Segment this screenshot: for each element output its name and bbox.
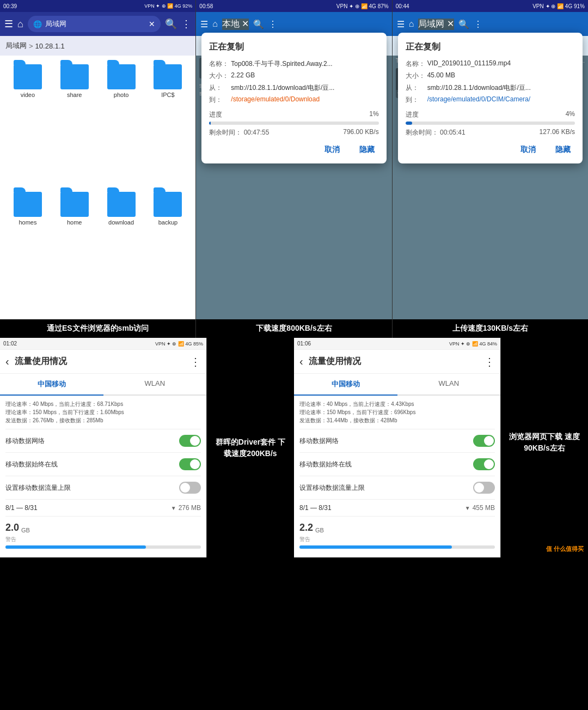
tab-wlan-1[interactable]: WLAN — [103, 374, 207, 396]
progress-section-2: 进度 1% 剩余时间： 00:47:55 796.00 KB/s — [209, 110, 378, 137]
progress-bar-fill-3 — [406, 122, 412, 125]
limit-label-1: 设置移动数据流量上限 — [5, 483, 179, 493]
status-bar-1: 00:39 VPN ✦ ⊕ 📶 4G 92% — [0, 0, 195, 12]
status-time-3: 00:44 — [396, 3, 409, 9]
menu-icon-2[interactable]: ☰ — [200, 19, 208, 29]
period-value-1: 276 MB — [179, 504, 201, 512]
home-icon-3[interactable]: ⌂ — [409, 19, 414, 29]
toggle-knob-1 — [190, 436, 200, 446]
more-btn-1[interactable]: ⋮ — [190, 355, 201, 368]
nav-title-3[interactable]: 局域网 ✕ — [418, 19, 454, 30]
tab-wlan-2[interactable]: WLAN — [397, 374, 501, 396]
more-icon-1[interactable]: ⋮ — [181, 18, 191, 30]
data-nav-1: ‹ 流量使用情况 ⋮ — [0, 350, 206, 374]
chart-fill-2 — [299, 545, 452, 549]
data-tabs-1: 中国移动 WLAN — [0, 374, 206, 396]
progress-percent-2: 1% — [369, 110, 378, 119]
file-item-share[interactable]: share — [52, 61, 97, 186]
file-grid-1: video share photo IPC$ homes home — [0, 56, 195, 319]
chart-unit-2: GB — [315, 527, 324, 533]
dialog-size-row-2: 大小： 2.22 GB — [209, 71, 378, 81]
dialog-size-label-2: 大小： — [209, 71, 231, 81]
file-item-homes[interactable]: homes — [5, 189, 50, 314]
search-icon-3[interactable]: 🔍 — [458, 19, 469, 29]
limit-toggle-1[interactable] — [179, 482, 201, 494]
data-nav-title-2: 流量使用情况 — [309, 356, 479, 367]
mobile-network-toggle-1[interactable] — [179, 435, 201, 447]
caption-3: 上传速度130KB/s左右 — [393, 319, 588, 338]
bc-path-1[interactable]: 10.28.1.1 — [35, 42, 65, 50]
status-right-3: VPN ✦ ⊕ 📶 4G 91% — [532, 3, 585, 9]
search-icon-1[interactable]: 🔍 — [165, 18, 177, 30]
limit-row-1: 设置移动数据流量上限 — [5, 476, 201, 499]
chart-gb-2: 2.2 — [299, 522, 313, 533]
toggle-knob-6 — [474, 483, 484, 493]
search-icon-2[interactable]: 🔍 — [253, 19, 264, 29]
always-on-toggle-2[interactable] — [473, 458, 495, 470]
more-icon-2[interactable]: ⋮ — [268, 19, 277, 29]
bc-arrow-1: > — [29, 42, 33, 50]
chart-track-2 — [299, 545, 495, 549]
dialog-from-value-2: smb://10.28.1.1/download/电影/豆... — [231, 83, 378, 93]
more-icon-3[interactable]: ⋮ — [474, 19, 482, 29]
back-btn-2[interactable]: ‹ — [299, 355, 303, 368]
toggle-knob-5 — [484, 459, 494, 469]
time-remaining-3: 剩余时间： 00:05:41 — [406, 128, 465, 137]
icons-b2: VPN ✦ ⊕ 📶 4G 84% — [449, 341, 497, 347]
more-btn-2[interactable]: ⋮ — [484, 355, 495, 368]
file-label-homes: homes — [19, 219, 36, 226]
dialog-name-row-2: 名称： Top008.千与千寻.Spirited.Away.2... — [209, 59, 378, 69]
cancel-btn-2[interactable]: 取消 — [320, 143, 344, 157]
watermark: 值 什么值得买 — [546, 544, 584, 554]
always-on-row-2: 移动数据始终在线 — [299, 452, 495, 476]
mobile-network-row-2: 移动数据网络 — [299, 429, 495, 452]
time-b1: 01:02 — [3, 341, 17, 347]
limit-toggle-2[interactable] — [473, 482, 495, 494]
dialog-name-value-2: Top008.千与千寻.Spirited.Away.2... — [231, 59, 378, 69]
mobile-network-toggle-2[interactable] — [473, 435, 495, 447]
folder-icon-photo — [107, 64, 136, 89]
status-right-2: VPN ✦ ⊕ 📶 4G 87% — [336, 3, 389, 9]
caption-2: 下载速度800KB/s左右 — [196, 319, 391, 338]
nav-title-2[interactable]: 本地 ✕ — [222, 19, 249, 30]
nav-close-2[interactable]: ✕ — [242, 19, 249, 28]
nav-close-1[interactable]: ✕ — [149, 20, 155, 28]
menu-icon-3[interactable]: ☰ — [397, 19, 405, 29]
period-row-2: 8/1 — 8/31 ▼ 455 MB — [299, 499, 495, 516]
status-icons-1: VPN ✦ ⊕ 📶 4G 92% — [144, 3, 192, 9]
nav-title-1[interactable]: 🌐 局域网 ✕ — [28, 16, 161, 32]
hide-btn-3[interactable]: 隐藏 — [551, 143, 575, 157]
file-label-photo: photo — [114, 92, 129, 98]
dialog-from-label-2: 从： — [209, 83, 231, 93]
home-icon-2[interactable]: ⌂ — [212, 19, 218, 29]
cancel-btn-3[interactable]: 取消 — [516, 143, 540, 157]
chart-sub-1: 警告 — [5, 536, 201, 543]
limit-row-2: 设置移动数据流量上限 — [299, 476, 495, 499]
nav-title-label-1: 局域网 — [45, 19, 66, 29]
file-label-home: home — [67, 219, 82, 226]
file-item-home[interactable]: home — [52, 189, 97, 314]
progress-percent-3: 4% — [566, 110, 575, 119]
dialog-from-label-3: 从： — [406, 83, 427, 93]
always-on-toggle-1[interactable] — [179, 458, 201, 470]
dialog-to-label-3: 到： — [406, 95, 427, 105]
data-info-line-5: 理论速率：150 Mbps，当前下行速度：696Kbps — [299, 408, 495, 416]
chart-area-2: 2.2 GB 警告 — [299, 516, 495, 553]
dialog-name-value-3: VID_20190110_011159.mp4 — [427, 59, 575, 69]
always-on-row-1: 移动数据始终在线 — [5, 452, 201, 476]
nav-close-3[interactable]: ✕ — [447, 19, 454, 28]
dialog-to-row-2: 到： /storage/emulated/0/Download — [209, 95, 378, 105]
bc-root-1[interactable]: 局域网 — [5, 41, 27, 51]
file-item-backup[interactable]: backup — [145, 189, 190, 314]
menu-icon-1[interactable]: ☰ — [4, 18, 13, 30]
file-item-photo[interactable]: photo — [99, 61, 144, 186]
tab-mobile-1[interactable]: 中国移动 — [0, 374, 103, 396]
back-btn-1[interactable]: ‹ — [5, 355, 9, 368]
file-item-video[interactable]: video — [5, 61, 50, 186]
file-item-ipcs[interactable]: IPC$ — [145, 61, 190, 186]
tab-mobile-2[interactable]: 中国移动 — [294, 374, 397, 396]
hide-btn-2[interactable]: 隐藏 — [355, 143, 379, 157]
status-bar-3: 00:44 VPN ✦ ⊕ 📶 4G 91% — [393, 0, 588, 12]
home-icon-1[interactable]: ⌂ — [17, 19, 23, 30]
file-item-download[interactable]: download — [99, 189, 144, 314]
